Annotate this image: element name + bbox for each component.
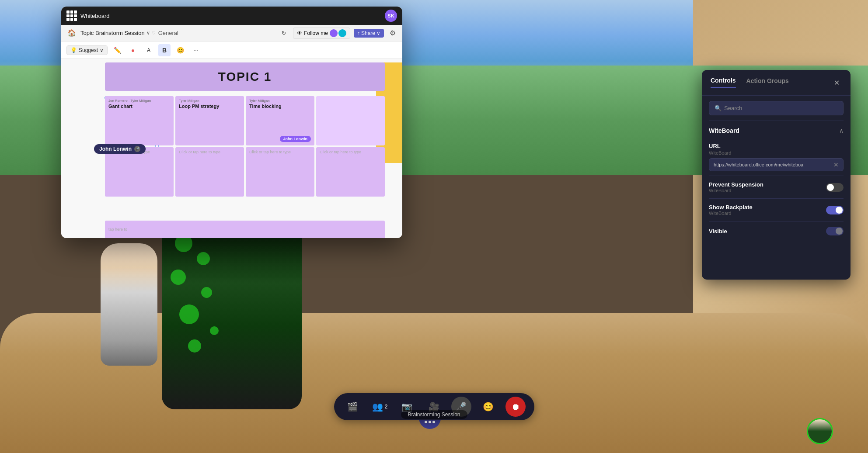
session-label: Brainstorming Session [401,410,467,419]
tab-controls[interactable]: Controls [711,77,736,88]
user-avatars [330,29,346,37]
circle-tool-button[interactable]: ● [127,44,139,56]
url-input-row[interactable]: https://whiteboard.office.com/me/whitebo… [709,158,844,171]
prevent-suspension-toggle[interactable] [826,183,844,192]
emoji-tool-button[interactable]: 😊 [174,44,186,56]
breadcrumb-channel: General [158,30,178,36]
people-count: 2 [385,404,388,410]
breadcrumb-session-name: Topic Brainstorm Session [80,30,145,36]
note-ph-2: Click or tap here to type [179,150,241,154]
share-chevron-icon: ∨ [376,30,380,36]
tab-action-groups[interactable]: Action Groups [746,77,789,88]
note-gant-chart[interactable]: Jon Romero - Tyler Milligan Gant chart [105,96,174,145]
search-placeholder: Search [724,105,742,111]
show-backplate-label: Show Backplate [709,204,753,211]
partial-note-row: tap here to [105,221,385,238]
panel-close-button[interactable]: ✕ [831,77,842,88]
toggle-knob-visible [836,228,843,235]
note-loop-strategy[interactable]: Tyler Milligan Loop PM strategy [175,96,244,145]
prevent-suspension-row: Prevent Suspension WiteBoard [709,176,844,199]
note-title-1: Gant chart [108,104,170,109]
note-author-2: Tyler Milligan [179,99,241,103]
follow-me-label: Follow me [304,30,328,36]
window-titlebar: Whiteboard SK [61,7,402,25]
share-label: Share [361,30,375,36]
partial-note-text: tap here to [108,227,127,232]
note-placeholder-3[interactable]: Click or tap here to type [246,147,314,197]
toggle-knob-backplate [836,207,843,214]
section-title: WiteBoard [709,127,739,134]
follow-me-button[interactable]: 👁 Follow me [293,28,350,39]
mic-off-icon: 🎤 [134,146,140,152]
camera-button[interactable]: 🎬 [343,397,363,417]
visible-row: Visible [709,221,844,241]
window-avatar-badge: SK [385,10,397,22]
settings-button[interactable]: ⚙ [387,28,398,38]
notes-grid: Jon Romero - Tyler Milligan Gant chart T… [105,96,385,197]
visible-label: Visible [709,228,727,235]
user-label: John Lonwin 🎤 [94,144,146,154]
window-nav-toolbar: 🏠 Topic Brainstorm Session ∨ ♡ General ↻… [61,25,402,41]
note-author-1: Jon Romero - Tyler Milligan [108,99,170,103]
note-empty-1[interactable] [316,96,385,145]
topic-banner: TOPIC 1 [105,62,385,91]
more-tools-button[interactable]: ··· [190,44,202,56]
url-clear-button[interactable]: ✕ [833,161,839,168]
whiteboard-window: Whiteboard SK 🏠 Topic Brainstorm Session… [61,7,402,238]
text-tool-button[interactable]: A [143,44,155,56]
note-placeholder-4[interactable]: Click or tap here to type [316,147,385,197]
panel-search-bar[interactable]: 🔍 Search [709,101,844,115]
suggest-icon: 💡 [70,47,77,53]
url-sublabel: WiteBoard [709,150,844,156]
bold-tool-button[interactable]: B [158,44,171,56]
toolbar-right: ↻ 👁 Follow me ↑ Share ∨ ⚙ [278,28,398,39]
emoji-reaction-button[interactable]: 😊 [478,397,498,417]
panel-section-whiteboard: WiteBoard ∧ URL WiteBoard https://whiteb… [702,121,851,241]
section-collapse-icon[interactable]: ∧ [839,127,844,134]
controls-panel: Controls Action Groups ✕ 🔍 Search WiteBo… [702,70,851,280]
note-ph-4: Click or tap here to type [320,150,381,154]
breadcrumb-chevron-icon: ∨ [146,30,150,36]
visible-toggle[interactable] [826,227,844,235]
suggest-chevron-icon: ∨ [100,47,104,53]
refresh-button[interactable]: ↻ [278,28,289,38]
show-backplate-row: Show Backplate WiteBoard [709,199,844,221]
section-header: WiteBoard ∧ [709,121,844,138]
note-ph-3: Click or tap here to type [249,150,311,154]
suggest-label: Suggest [79,47,98,53]
breadcrumb: Topic Brainstorm Session ∨ ♡ General [80,30,178,36]
note-time-blocking[interactable]: Tyler Milligan Time blocking John Lonwin [246,96,314,145]
note-title-3: Time blocking [249,104,311,109]
topic-title: TOPIC 1 [218,70,272,84]
show-backplate-info: Show Backplate WiteBoard [709,204,753,216]
share-button[interactable]: ↑ Share ∨ [354,29,384,38]
prevent-suspension-sub: WiteBoard [709,188,763,193]
people-button[interactable]: 👥 2 [370,397,390,417]
record-button[interactable]: ⏺ [505,397,526,417]
show-backplate-toggle[interactable] [826,206,844,214]
avatar-secondary [101,243,157,366]
note-placeholder-1[interactable]: Click or tap here to type [105,147,174,197]
pen-tool-button[interactable]: ✏️ [111,44,123,56]
user-label-text: John Lonwin [99,146,132,152]
note-author-3: Tyler Milligan [249,99,311,103]
follow-me-icon: 👁 [297,30,302,36]
search-icon: 🔍 [715,105,722,111]
apps-grid-icon[interactable] [66,10,77,21]
taskbar-user-avatar[interactable] [807,418,833,444]
share-icon: ↑ [357,30,360,36]
url-control: URL WiteBoard https://whiteboard.office.… [709,138,844,176]
avatar-inner [808,419,832,443]
home-button[interactable]: 🏠 [66,27,78,39]
cursor-label-in-note: John Lonwin [280,136,311,142]
prevent-suspension-label: Prevent Suspension [709,181,763,188]
url-value: https://whiteboard.office.com/me/whitebo… [714,162,831,167]
note-title-2: Loop PM strategy [179,104,241,109]
people-icon: 👥 [372,401,383,412]
drawing-toolbar: 💡 Suggest ∨ ✏️ ● A B 😊 ··· [61,41,402,59]
window-title: Whiteboard [80,13,109,19]
note-placeholder-2[interactable]: Click or tap here to type [175,147,244,197]
heart-icon: ♡ [152,31,156,35]
suggest-button[interactable]: 💡 Suggest ∨ [66,45,108,55]
url-label: URL [709,143,844,149]
